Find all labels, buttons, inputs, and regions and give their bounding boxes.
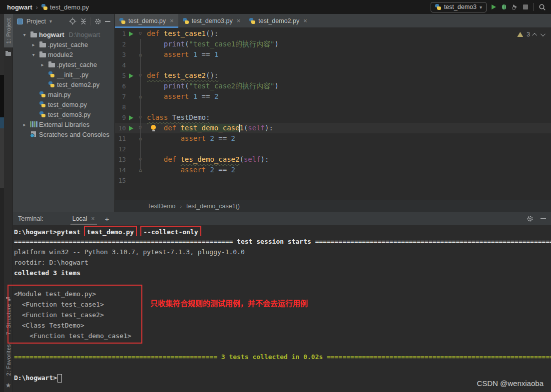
project-panel: Project ▾ ▾hogwartD:\hogwart▸.py [13,14,115,212]
tree-item[interactable]: ▾hogwartD:\hogwart [13,29,114,39]
tree-item[interactable]: test_demo.py [13,99,114,109]
highlighted-command-arg: test_demo.py [84,226,137,236]
tree-item[interactable]: ▾module2 [13,49,114,59]
code-line[interactable]: 3⌂ assert 1 == 1 [115,49,551,60]
chevron-down-icon: ▾ [480,4,482,10]
toolwindow-button-structure[interactable]: 7: Structure [5,304,11,337]
project-view-selector[interactable]: Project [26,18,46,25]
structure-icon[interactable] [6,297,10,301]
editor-tab-label: test_demo.py [128,17,166,24]
code-text: def test_demo_case1(self): [145,123,551,133]
run-test-icon[interactable] [129,73,133,78]
python-file-icon [39,91,46,97]
breadcrumb-project[interactable]: hogwart [7,3,32,11]
code-line[interactable]: 8 [115,102,551,112]
run-test-icon[interactable] [129,115,133,120]
code-line[interactable]: 9⌂class TestDemo: [115,112,551,123]
tree-item[interactable]: __init__.py [13,69,114,79]
chevron-right-icon[interactable]: ▸ [30,42,37,47]
highlighted-command-arg: --collect-only [140,226,201,236]
code-line[interactable]: 1⌂def test_case1(): [115,28,551,39]
run-test-icon[interactable] [126,31,136,36]
folder-icon[interactable] [5,52,11,56]
fold-start-icon[interactable]: ⌂ [139,31,142,36]
editor-tab[interactable]: test_demo3.py× [178,14,245,27]
close-icon[interactable]: × [237,17,241,24]
code-line[interactable]: 15 [115,175,551,186]
background-window-sliver [0,14,4,392]
gear-icon[interactable] [527,215,534,222]
code-token: test_case1 [164,29,206,37]
close-icon[interactable]: × [303,17,307,24]
code-editor[interactable]: 1⌂def test_case1():2 print("test_case1的执… [115,28,551,186]
title-bar: hogwart › test_demo.py test_demo3 ▾ [0,0,551,14]
code-line[interactable]: 4 [115,60,551,70]
breadcrumb-method[interactable]: test_demo_case1() [186,203,240,210]
star-icon[interactable]: ★ [5,382,11,389]
close-icon[interactable]: × [91,215,95,222]
chevron-down-icon[interactable]: ▾ [49,18,52,24]
debug-button[interactable] [501,4,507,10]
tree-item[interactable]: test_demo2.py [13,79,114,89]
run-test-icon[interactable] [126,126,136,131]
terminal-output[interactable]: D:\hogwart>pytesttest_demo.py--collect-o… [13,226,551,392]
stop-button[interactable] [523,4,528,9]
hide-panel-icon[interactable] [541,218,546,219]
run-test-icon[interactable] [126,73,136,78]
close-icon[interactable]: × [170,17,174,24]
intention-bulb-icon[interactable] [151,125,156,130]
code-token: test_demo_case [180,124,239,132]
search-icon[interactable] [539,3,546,11]
code-line[interactable]: 7⌂ assert 1 == 2 [115,91,551,102]
chevron-right-icon[interactable]: ▸ [21,122,28,127]
run-test-icon[interactable] [126,115,136,120]
terminal-tab-local[interactable]: Local × [70,213,97,225]
run-config-select[interactable]: test_demo3 ▾ [431,2,487,12]
code-line[interactable]: 12 [115,144,551,154]
run-button[interactable] [492,4,496,9]
coverage-button[interactable] [512,4,518,10]
terminal-command: pytest [57,228,80,236]
gear-icon[interactable] [94,18,101,25]
tree-item[interactable]: ▸.pytest_cache [13,59,114,69]
tree-item-label: main.py [48,91,71,98]
toolwindow-button-favorites[interactable]: 2: Favorites [5,344,11,378]
editor-tab[interactable]: test_demo2.py× [245,14,312,27]
code-line[interactable]: 11⌂ assert 2 == 2 [115,133,551,144]
code-line[interactable]: 5⌂def test_case2(): [115,70,551,81]
toolwindow-label-project: 1: Project [5,18,11,43]
collapse-all-icon[interactable] [80,18,87,25]
code-line[interactable]: 13⌂ def tes_demo_case2(self): [115,154,551,165]
code-token: : [206,113,210,121]
tree-item[interactable]: ▸.pytest_cache [13,39,114,49]
tree-item[interactable]: main.py [13,89,114,99]
new-terminal-button[interactable]: + [105,215,109,223]
annotation-text: 只收集符合规则的测试用例，并不会去运行用例 [150,298,308,308]
breadcrumb-class[interactable]: TestDemo [147,203,175,210]
chevron-down-icon[interactable]: ▾ [21,32,28,37]
chevron-down-icon[interactable]: ▾ [30,52,37,57]
run-test-icon[interactable] [129,31,133,36]
prev-problem-icon[interactable] [532,32,537,37]
tree-item-label: __init__.py [57,71,88,78]
fold-marker[interactable]: ⌂ [136,31,145,36]
tree-item[interactable]: test_demo3.py [13,109,114,119]
run-test-icon[interactable] [129,126,133,131]
tree-item[interactable]: Scratches and Consoles [13,129,114,139]
code-token [147,134,180,142]
code-line[interactable]: 14⌂ assert 2 == 2 [115,165,551,175]
code-token: def [147,29,164,37]
chevron-right-icon[interactable]: ▸ [39,62,46,67]
breadcrumb-separator: › [36,3,38,11]
toolwindow-button-project[interactable]: 1: Project [4,14,13,47]
hide-panel-icon[interactable] [105,21,110,22]
code-text: class TestDemo: [145,112,551,123]
code-line[interactable]: 10⌂ def test_demo_case1(self): [115,123,551,133]
python-file-icon [39,111,46,117]
locate-file-icon[interactable] [69,17,76,25]
code-line[interactable]: 6 print("test_case2的执行内容") [115,81,551,91]
tree-item[interactable]: ▸External Libraries [13,119,114,129]
breadcrumb-file[interactable]: test_demo.py [50,3,89,11]
editor-tab[interactable]: test_demo.py× [115,14,178,27]
code-line[interactable]: 2 print("test_case1的执行内容") [115,39,551,49]
